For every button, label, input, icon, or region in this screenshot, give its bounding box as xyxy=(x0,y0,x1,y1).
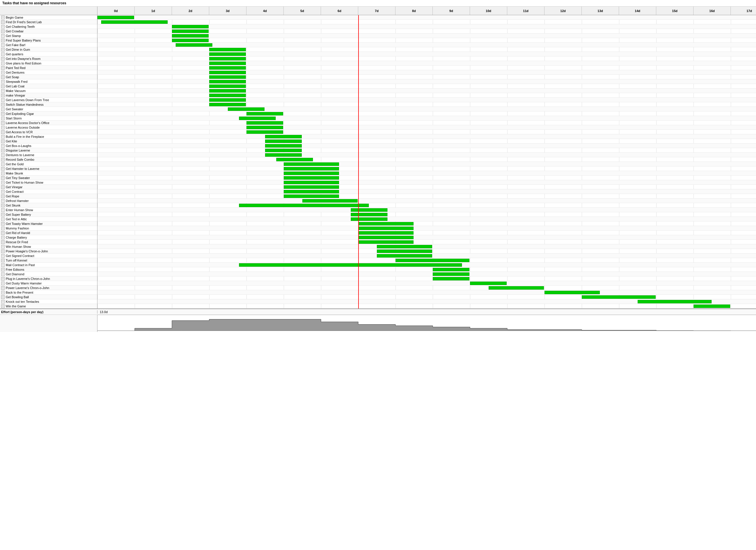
gantt-bar[interactable] xyxy=(265,135,302,138)
gantt-bar[interactable] xyxy=(172,25,209,28)
gantt-bar[interactable] xyxy=(284,176,339,180)
gantt-bar[interactable] xyxy=(284,181,339,184)
task-checkbox[interactable]: □ xyxy=(1,286,5,289)
task-checkbox[interactable]: □ xyxy=(1,190,5,193)
task-checkbox[interactable]: □ xyxy=(1,300,5,303)
gantt-bar[interactable] xyxy=(489,286,544,289)
task-checkbox[interactable]: □ xyxy=(1,259,5,262)
task-checkbox[interactable]: □ xyxy=(1,135,5,138)
gantt-bar[interactable] xyxy=(351,218,387,221)
task-checkbox[interactable]: □ xyxy=(1,281,5,285)
gantt-bar[interactable] xyxy=(284,185,339,189)
task-checkbox[interactable]: □ xyxy=(1,231,5,235)
task-checkbox[interactable]: □ xyxy=(1,245,5,249)
gantt-bar[interactable] xyxy=(172,39,209,42)
task-checkbox[interactable]: □ xyxy=(1,291,5,294)
gantt-bar[interactable] xyxy=(284,190,339,193)
task-checkbox[interactable]: □ xyxy=(1,167,5,171)
gantt-bar[interactable] xyxy=(265,153,302,157)
gantt-bar[interactable] xyxy=(209,57,246,60)
task-checkbox[interactable]: □ xyxy=(1,39,5,42)
task-checkbox[interactable]: □ xyxy=(1,236,5,239)
gantt-bar[interactable] xyxy=(209,48,246,51)
gantt-bar[interactable] xyxy=(358,236,414,239)
gantt-bar[interactable] xyxy=(377,250,432,253)
task-checkbox[interactable]: □ xyxy=(1,254,5,258)
gantt-bar[interactable] xyxy=(172,34,209,38)
task-checkbox[interactable]: □ xyxy=(1,126,5,129)
gantt-bar[interactable] xyxy=(395,259,469,262)
task-checkbox[interactable]: □ xyxy=(1,98,5,102)
task-checkbox[interactable]: □ xyxy=(1,107,5,111)
task-checkbox[interactable]: □ xyxy=(1,277,5,280)
gantt-bar[interactable] xyxy=(377,245,432,249)
task-checkbox[interactable]: □ xyxy=(1,85,5,88)
task-checkbox[interactable]: □ xyxy=(1,130,5,134)
task-checkbox[interactable]: □ xyxy=(1,30,5,33)
task-checkbox[interactable]: □ xyxy=(1,103,5,106)
task-checkbox[interactable]: □ xyxy=(1,185,5,189)
gantt-bar[interactable] xyxy=(358,231,414,235)
task-checkbox[interactable]: □ xyxy=(1,158,5,161)
task-checkbox[interactable]: □ xyxy=(1,43,5,47)
task-checkbox[interactable]: □ xyxy=(1,163,5,166)
gantt-bar[interactable] xyxy=(246,126,283,129)
task-checkbox[interactable]: □ xyxy=(1,57,5,60)
gantt-bar[interactable] xyxy=(209,98,246,102)
gantt-bar[interactable] xyxy=(209,103,246,106)
gantt-bar[interactable] xyxy=(284,167,339,171)
gantt-bar[interactable] xyxy=(433,268,469,271)
task-checkbox[interactable]: □ xyxy=(1,218,5,221)
task-checkbox[interactable]: □ xyxy=(1,34,5,38)
task-checkbox[interactable]: □ xyxy=(1,140,5,143)
task-checkbox[interactable]: □ xyxy=(1,227,5,230)
gantt-bar[interactable] xyxy=(246,112,283,116)
task-checkbox[interactable]: □ xyxy=(1,94,5,97)
task-checkbox[interactable]: □ xyxy=(1,112,5,116)
task-checkbox[interactable]: □ xyxy=(1,213,5,216)
task-checkbox[interactable]: □ xyxy=(1,117,5,120)
task-checkbox[interactable]: □ xyxy=(1,20,5,24)
task-checkbox[interactable]: □ xyxy=(1,208,5,212)
gantt-bar[interactable] xyxy=(351,208,387,212)
gantt-bar[interactable] xyxy=(377,254,432,258)
gantt-bar[interactable] xyxy=(228,107,265,111)
task-checkbox[interactable]: □ xyxy=(1,176,5,180)
gantt-bar[interactable] xyxy=(246,121,283,125)
gantt-bar[interactable] xyxy=(358,240,414,244)
gantt-bar[interactable] xyxy=(433,273,469,276)
gantt-bar[interactable] xyxy=(433,277,469,280)
task-checkbox[interactable]: □ xyxy=(1,195,5,198)
gantt-bar[interactable] xyxy=(284,195,339,198)
gantt-bar[interactable] xyxy=(209,52,246,56)
gantt-bar[interactable] xyxy=(284,163,339,166)
task-checkbox[interactable]: □ xyxy=(1,263,5,267)
gantt-bar[interactable] xyxy=(209,71,246,74)
gantt-bar[interactable] xyxy=(358,222,414,226)
task-checkbox[interactable]: □ xyxy=(1,295,5,299)
gantt-bar[interactable] xyxy=(239,204,369,207)
task-checkbox[interactable]: □ xyxy=(1,172,5,175)
gantt-bar[interactable] xyxy=(209,80,246,83)
gantt-bar[interactable] xyxy=(265,149,302,152)
task-checkbox[interactable]: □ xyxy=(1,304,5,308)
gantt-bar[interactable] xyxy=(239,263,462,267)
task-checkbox[interactable]: □ xyxy=(1,199,5,203)
gantt-bar[interactable] xyxy=(209,75,246,79)
gantt-bar[interactable] xyxy=(209,94,246,97)
task-checkbox[interactable]: □ xyxy=(1,144,5,148)
gantt-bar[interactable] xyxy=(284,172,339,175)
task-checkbox[interactable]: □ xyxy=(1,71,5,74)
gantt-bar[interactable] xyxy=(172,30,209,33)
gantt-bar[interactable] xyxy=(101,20,168,24)
gantt-bar[interactable] xyxy=(97,16,134,19)
gantt-bar[interactable] xyxy=(545,291,600,294)
task-checkbox[interactable]: □ xyxy=(1,121,5,125)
gantt-bar[interactable] xyxy=(209,85,246,88)
task-checkbox[interactable]: □ xyxy=(1,66,5,70)
task-checkbox[interactable]: □ xyxy=(1,149,5,152)
gantt-bar[interactable] xyxy=(265,144,302,148)
task-checkbox[interactable]: □ xyxy=(1,62,5,65)
task-checkbox[interactable]: □ xyxy=(1,52,5,56)
gantt-bar[interactable] xyxy=(239,117,276,120)
